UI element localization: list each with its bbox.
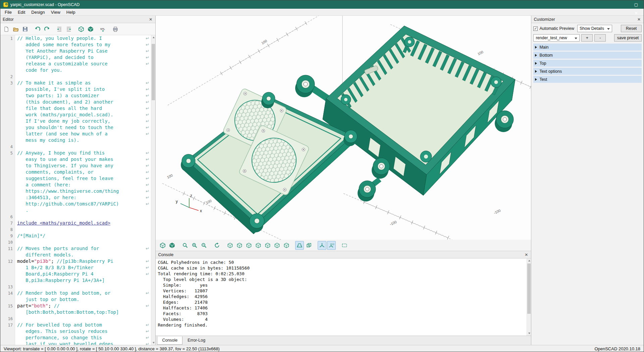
orthogonal-button[interactable] — [305, 241, 313, 250]
section-bottom[interactable]: Bottom — [533, 52, 642, 59]
show-axes-button[interactable] — [318, 241, 326, 250]
preset-dropdown[interactable]: render_test_new — [533, 34, 580, 42]
code-editor[interactable]: 1// Hello, you lovely people. I↵ added s… — [0, 35, 155, 345]
code-text: https://www.thingiverse.com/thing — [15, 188, 119, 194]
undo-button[interactable] — [33, 24, 42, 34]
view-back-button[interactable] — [273, 241, 281, 250]
code-line: latter (and see how much of a↵ — [0, 131, 151, 137]
view-right-button[interactable] — [226, 241, 234, 250]
scroll-down-icon[interactable] — [527, 331, 531, 336]
wrap-marker-icon: ↵ — [146, 61, 150, 67]
automatic-preview-checkbox[interactable]: ✓ — [533, 26, 538, 31]
code-text: different models. — [15, 252, 74, 258]
customizer-panel-title: Customizer — [534, 17, 555, 22]
scroll-up-icon[interactable] — [527, 258, 531, 263]
remove-preset-button[interactable]: - — [594, 34, 606, 42]
code-line: two parts: 1) a customizer↵ — [0, 93, 151, 99]
send-to-printer-button[interactable] — [111, 24, 120, 34]
code-text: last if you want bevelled edges. — [15, 341, 116, 345]
line-number: 10 — [0, 240, 15, 245]
export-stl-button[interactable] — [98, 24, 108, 34]
code-text: release a customizable source — [15, 61, 108, 67]
view-diagonal-button[interactable] — [282, 241, 291, 250]
editor-close-icon[interactable]: ✕ — [148, 17, 153, 22]
console-close-icon[interactable]: ✕ — [524, 252, 529, 257]
code-line: [both:Both,bottom:Bottom,top:Top] — [0, 309, 151, 315]
console-line: Volumes: 4 — [158, 316, 531, 322]
section-test[interactable]: Test — [533, 76, 642, 83]
section-top[interactable]: Top — [533, 60, 642, 67]
wrap-marker-icon: ↵ — [146, 124, 150, 131]
preview-button[interactable] — [158, 241, 167, 250]
open-file-button[interactable] — [11, 24, 20, 34]
zoom-in-button[interactable] — [190, 241, 199, 250]
editor-scrollbar[interactable] — [151, 35, 155, 345]
section-main[interactable]: Main — [533, 44, 642, 51]
perspective-button[interactable] — [295, 241, 304, 250]
tab-console[interactable]: Console — [157, 336, 182, 345]
details-dropdown[interactable]: Show Details — [577, 25, 612, 32]
view-all-button[interactable] — [181, 241, 190, 250]
editor-panel-title: Editor — [3, 17, 14, 22]
code-text: comments, complaints, or — [15, 169, 94, 175]
scroll-down-icon[interactable] — [151, 341, 155, 345]
code-text: // Moves the ports around for — [15, 245, 99, 252]
save-preset-button[interactable]: save preset — [614, 34, 642, 42]
view-top-button[interactable] — [235, 241, 244, 250]
menu-item-design[interactable]: Design — [28, 9, 48, 15]
expand-arrow-icon — [535, 78, 537, 81]
editor-scrollbar-thumb[interactable] — [152, 44, 155, 100]
3d-viewport[interactable]: 100100100100-100-100 — [156, 16, 531, 240]
view-measure-button[interactable] — [340, 241, 349, 250]
code-line: 16 — [0, 315, 151, 322]
view-front-button[interactable] — [263, 241, 272, 250]
console-output[interactable]: CGAL Polyhedrons in cache: 50CGAL cache … — [156, 258, 531, 336]
scroll-up-icon[interactable] — [151, 35, 155, 40]
console-line: Rendering finished. — [158, 322, 531, 328]
code-line: 15part="both"; //↵ — [0, 303, 151, 309]
menu-item-file[interactable]: File — [2, 9, 15, 15]
zoom-out-button[interactable] — [200, 241, 208, 250]
view-bottom-button[interactable] — [245, 241, 253, 250]
new-file-button[interactable] — [2, 24, 11, 34]
menu-item-help[interactable]: Help — [63, 9, 78, 15]
preview-button[interactable] — [76, 24, 86, 34]
menu-item-edit[interactable]: Edit — [15, 9, 28, 15]
console-line: Facets: 8703 — [158, 311, 531, 316]
save-file-button[interactable] — [20, 24, 30, 34]
line-number: 12 — [0, 259, 15, 264]
render-button[interactable] — [86, 24, 95, 34]
show-axes-icon — [319, 242, 325, 248]
wrap-marker-icon: ↵ — [146, 93, 150, 99]
console-panel: Console ✕ CGAL Polyhedrons in cache: 50C… — [156, 251, 531, 345]
line-number: 5 — [0, 151, 15, 156]
tab-error-log[interactable]: Error-Log — [182, 336, 210, 345]
line-number: 8 — [0, 227, 15, 232]
menu-item-view[interactable]: View — [48, 9, 63, 15]
view-left-button[interactable] — [254, 241, 263, 250]
version-text: OpenSCAD 2020.10.18 — [594, 346, 640, 351]
section-label: Text options — [539, 69, 562, 74]
indent-button[interactable] — [64, 24, 73, 34]
wrap-marker-icon: ↵ — [146, 118, 150, 124]
code-line: edges. This seriously reduces↵ — [0, 328, 151, 335]
maximize-button[interactable]: ▢ — [629, 0, 644, 9]
section-text-options[interactable]: Text options — [533, 68, 642, 75]
code-line: to Thingiverse. If you have any↵ — [0, 163, 151, 169]
show-scale-markers-button[interactable] — [327, 241, 336, 250]
reset-button[interactable]: Reset — [621, 25, 642, 32]
reset-view-button[interactable] — [213, 241, 221, 250]
code-line: release a customizable source↵ — [0, 61, 151, 67]
console-scrollbar-thumb[interactable] — [527, 263, 531, 314]
code-line: 13 — [0, 284, 151, 290]
wrap-marker-icon: ↵ — [146, 42, 150, 48]
customizer-close-icon[interactable]: ✕ — [637, 17, 641, 22]
unindent-button[interactable] — [55, 24, 64, 34]
wrap-marker-icon: ↵ — [146, 86, 150, 93]
console-scrollbar[interactable] — [527, 258, 531, 336]
render-button[interactable] — [168, 241, 176, 250]
add-preset-button[interactable]: + — [581, 34, 593, 42]
code-text: :3464513, or here: — [15, 194, 76, 201]
title-bar[interactable]: yarpic_customizer.scad - OpenSCAD —▢✕ — [0, 0, 644, 9]
redo-button[interactable] — [42, 24, 52, 34]
